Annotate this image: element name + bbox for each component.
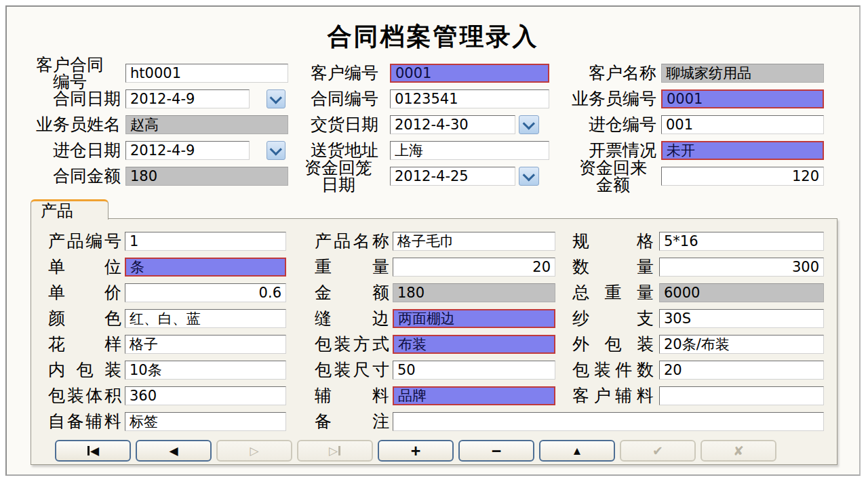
fund-return-amount-input[interactable] [661,167,824,186]
quantity-label: 数 量 [572,258,654,277]
unit-input[interactable] [125,258,286,277]
packing-size-label: 包装尺寸 [315,361,389,380]
delivery-date-label: 交货日期 [298,115,378,134]
product-row-6: 内 包 装 包装尺寸 包装件数 [48,361,837,380]
page-title: 合同档案管理录入 [7,20,859,54]
delivery-date-input[interactable] [390,115,515,134]
spec-label: 规 格 [572,232,654,251]
warehouse-date-dropdown-button[interactable] [267,141,285,160]
total-weight-label: 总 重 量 [572,283,654,302]
contract-date-label: 合同日期 [19,89,121,108]
quantity-input[interactable] [659,258,824,277]
invoice-status-input[interactable] [661,141,824,160]
chevron-down-icon [269,143,281,155]
self-accessories-input[interactable] [125,412,286,431]
nav-post-button: ✔ [620,440,696,462]
warehouse-date-input[interactable] [125,141,250,160]
unit-price-input[interactable] [125,283,286,302]
product-row-3: 单 价 金 额 180 总 重 量 6000 [48,283,837,302]
customer-accessories-input[interactable] [659,386,824,405]
packing-count-label: 包装件数 [572,361,654,380]
contract-no-input[interactable] [390,89,549,108]
contract-date-dropdown-button[interactable] [267,89,285,108]
pattern-input[interactable] [125,335,286,354]
prior-record-icon: ◀ [169,445,178,457]
self-accessories-label: 自备辅料 [48,412,121,431]
weight-input[interactable] [393,258,555,277]
outer-packing-label: 外 包 装 [572,335,654,354]
customer-name-value: 聊城家纺用品 [661,64,824,83]
chevron-down-icon [522,117,534,129]
header-row-4: 进仓日期 送货地址 开票情况 [19,141,824,160]
customer-name-label: 客户名称 [570,64,656,83]
packing-volume-label: 包装体积 [48,386,121,405]
color-input[interactable] [125,309,286,328]
product-row-8: 自备辅料 备 注 [48,412,837,431]
delivery-address-input[interactable] [390,141,549,160]
warehouse-no-input[interactable] [661,115,824,134]
packing-count-input[interactable] [659,361,824,380]
weight-label: 重 量 [315,258,389,277]
nav-delete-button[interactable]: − [458,440,534,462]
header-row-2: 合同日期 合同编号 业务员编号 [19,89,824,108]
nav-insert-button[interactable]: + [378,440,454,462]
packing-volume-input[interactable] [125,386,286,405]
color-label: 颜 色 [48,309,121,328]
invoice-status-label: 开票情况 [570,141,656,160]
contract-file-no-label: 客户合同 编号 [19,56,121,90]
product-name-input[interactable] [393,232,555,251]
first-record-icon: ◀ [87,445,99,457]
nav-prior-button[interactable]: ◀ [136,440,212,462]
amount-value: 180 [393,283,555,302]
app-window: 合同档案管理录入 客户合同 编号 客户编号 客户名称 聊城家纺用品 合同日期 合… [5,5,861,476]
fund-return-date-label: 资金回笼 日期 [298,159,378,193]
salesman-no-input[interactable] [661,89,824,108]
unit-label: 单 位 [48,258,121,277]
fund-return-amount-label: 资金回来 金额 [570,159,656,193]
record-navigator: ◀ ◀ ▷ ▷ + − ▲ ✔ ✘ [55,440,837,462]
nav-cancel-button: ✘ [701,440,776,462]
product-panel: 产品编号 产品名称 规 格 单 位 重 量 数 量 单 价 金 额 180 总 … [31,218,837,465]
salesman-name-value: 赵高 [125,115,288,134]
inner-packing-input[interactable] [125,361,286,380]
product-row-2: 单 位 重 量 数 量 [48,258,837,277]
contract-no-label: 合同编号 [298,89,378,108]
tab-product-label: 产品 [41,200,73,222]
outer-packing-input[interactable] [659,335,824,354]
fund-return-date-input[interactable] [390,167,515,186]
next-record-icon: ▷ [250,445,258,457]
delivery-address-label: 送货地址 [298,141,378,160]
product-row-4: 颜 色 缝 边 纱 支 [48,309,837,328]
last-record-icon: ▷ [329,445,341,457]
delivery-date-dropdown-button[interactable] [519,115,539,134]
packing-method-input[interactable] [393,335,555,354]
packing-size-input[interactable] [393,361,555,380]
customer-no-input[interactable] [390,64,549,83]
contract-amount-label: 合同金额 [19,167,121,186]
remarks-label: 备 注 [315,412,389,431]
edit-record-icon: ▲ [572,445,583,457]
nav-first-button[interactable]: ◀ [55,440,131,462]
spec-input[interactable] [659,232,824,251]
chevron-down-icon [269,92,281,104]
fund-return-date-dropdown-button[interactable] [519,167,539,186]
product-row-5: 花 样 包装方式 外 包 装 [48,335,837,354]
customer-no-label: 客户编号 [298,64,378,83]
accessories-input[interactable] [393,386,555,405]
nav-next-button: ▷ [216,440,292,462]
tab-product[interactable]: 产品 [31,199,108,220]
header-row-3: 业务员姓名 赵高 交货日期 进仓编号 [19,115,824,134]
nav-edit-button[interactable]: ▲ [539,440,615,462]
yarn-count-input[interactable] [659,309,824,328]
accessories-label: 辅 料 [315,386,389,405]
contract-file-no-input[interactable] [125,64,288,83]
amount-label: 金 额 [315,283,389,302]
insert-record-icon: + [411,443,421,460]
remarks-input[interactable] [393,412,824,431]
customer-accessories-label: 客户辅料 [572,386,654,405]
contract-date-input[interactable] [125,89,250,108]
product-no-input[interactable] [125,232,286,251]
product-row-7: 包装体积 辅 料 客户辅料 [48,386,837,405]
product-no-label: 产品编号 [48,232,121,251]
hem-input[interactable] [393,309,555,328]
